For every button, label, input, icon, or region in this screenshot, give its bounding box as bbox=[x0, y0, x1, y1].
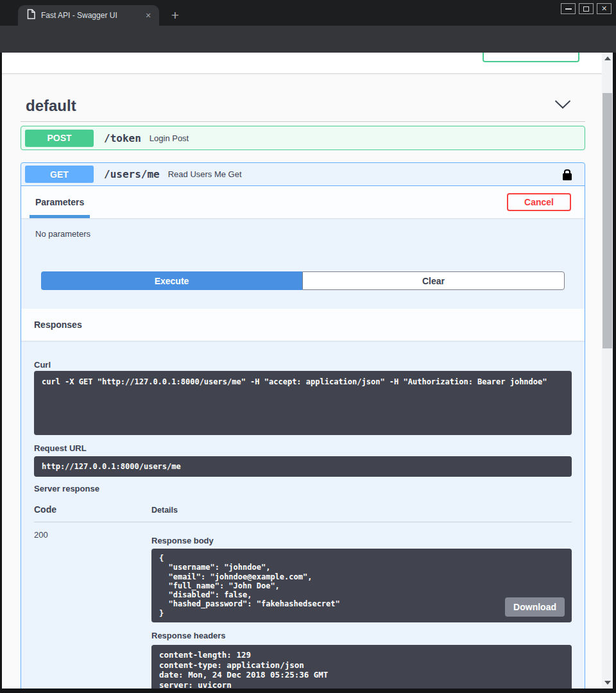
minimize-icon bbox=[565, 8, 572, 10]
window-controls: ✕ bbox=[561, 3, 612, 14]
scroll-down-icon[interactable] bbox=[604, 681, 611, 685]
scroll-up-icon[interactable] bbox=[604, 56, 611, 60]
response-body-block: { "username": "johndoe", "email": "johnd… bbox=[151, 549, 572, 622]
response-row: 200 Response body { "username": "johndoe… bbox=[34, 522, 572, 689]
get-summary-text: Read Users Me Get bbox=[168, 169, 242, 179]
close-button[interactable]: ✕ bbox=[597, 3, 612, 14]
request-url-block: http://127.0.0.1:8000/users/me bbox=[34, 456, 572, 477]
request-url-label: Request URL bbox=[34, 443, 572, 453]
authorize-button[interactable] bbox=[483, 53, 579, 62]
curl-command-block: curl -X GET "http://127.0.0.1:8000/users… bbox=[34, 371, 572, 435]
maximize-icon bbox=[583, 6, 589, 12]
browser-tab[interactable]: Fast API - Swagger UI ✕ bbox=[18, 5, 159, 26]
no-parameters-text: No parameters bbox=[21, 218, 585, 239]
status-code: 200 bbox=[34, 530, 151, 540]
scrollbar[interactable] bbox=[602, 53, 613, 689]
minimize-button[interactable] bbox=[561, 3, 576, 14]
new-tab-button[interactable]: + bbox=[167, 7, 184, 24]
cancel-button[interactable]: Cancel bbox=[507, 193, 571, 211]
page-favicon-icon bbox=[27, 9, 35, 22]
tab-parameters[interactable]: Parameters bbox=[30, 186, 90, 218]
tab-bar: Fast API - Swagger UI ✕ + ✕ bbox=[0, 0, 616, 26]
chevron-down-icon[interactable] bbox=[554, 99, 571, 112]
response-headers: content-length: 129 content-type: applic… bbox=[159, 650, 564, 689]
code-column-header: Code bbox=[34, 504, 151, 515]
curl-label: Curl bbox=[34, 360, 572, 370]
opblock-post-token: POST /token Login Post bbox=[21, 126, 585, 150]
close-icon: ✕ bbox=[601, 5, 607, 12]
post-summary-text: Login Post bbox=[150, 133, 189, 143]
tag-section-header[interactable]: default bbox=[21, 90, 585, 122]
browser-toolbar: 127.0.0.1:8000/docs bbox=[0, 26, 616, 53]
tag-title: default bbox=[26, 96, 76, 115]
parameters-header: Parameters Cancel bbox=[21, 186, 585, 218]
details-column-header: Details bbox=[151, 504, 178, 515]
execute-button[interactable]: Execute bbox=[41, 271, 302, 290]
server-response-label: Server response bbox=[34, 484, 572, 493]
post-token-summary[interactable]: POST /token Login Post bbox=[21, 126, 585, 150]
request-url: http://127.0.0.1:8000/users/me bbox=[42, 462, 564, 471]
get-users-me-summary[interactable]: GET /users/me Read Users Me Get bbox=[21, 163, 585, 186]
maximize-button[interactable] bbox=[579, 3, 594, 14]
response-body-label: Response body bbox=[151, 536, 572, 545]
responses-section-title: Responses bbox=[21, 309, 585, 341]
post-method-badge: POST bbox=[25, 130, 94, 147]
get-path: /users/me bbox=[104, 168, 160, 180]
download-button[interactable]: Download bbox=[505, 597, 565, 617]
post-path: /token bbox=[104, 132, 141, 144]
clear-button[interactable]: Clear bbox=[302, 271, 565, 290]
page-viewport: default POST /token Login Post GET /user… bbox=[2, 53, 613, 689]
tab-close-icon[interactable]: ✕ bbox=[142, 10, 154, 21]
tab-title: Fast API - Swagger UI bbox=[41, 11, 140, 20]
get-method-badge: GET bbox=[25, 166, 94, 183]
swagger-content: default POST /token Login Post GET /user… bbox=[21, 90, 585, 689]
scheme-container bbox=[2, 53, 602, 73]
curl-command: curl -X GET "http://127.0.0.1:8000/users… bbox=[42, 377, 564, 387]
execute-wrapper: Execute Clear bbox=[21, 259, 585, 303]
lock-icon[interactable] bbox=[563, 173, 572, 180]
responses-inner: Curl curl -X GET "http://127.0.0.1:8000/… bbox=[21, 341, 585, 689]
response-headers-block: content-length: 129 content-type: applic… bbox=[151, 645, 572, 689]
opblock-get-users-me: GET /users/me Read Users Me Get Paramete… bbox=[21, 162, 585, 689]
response-body-json: { "username": "johndoe", "email": "johnd… bbox=[159, 554, 564, 618]
response-headers-label: Response headers bbox=[151, 631, 572, 640]
response-table-header: Code Details bbox=[34, 504, 572, 522]
scrollbar-thumb[interactable] bbox=[603, 93, 612, 348]
